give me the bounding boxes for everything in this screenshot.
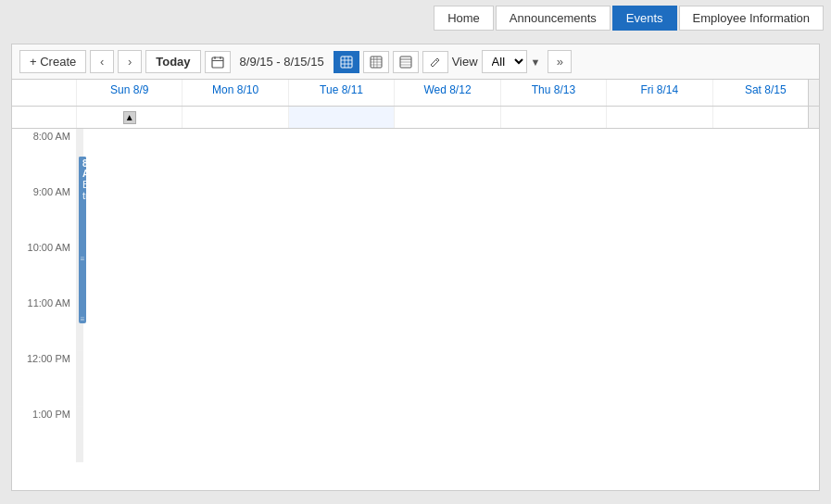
nav-events[interactable]: Events (612, 6, 677, 31)
nav-announcements[interactable]: Announcements (496, 6, 611, 31)
view-select-wrap: View All ▼ (452, 50, 541, 73)
event-drag-handle-0[interactable]: ≡ (81, 315, 85, 323)
time-cell-4-6[interactable] (82, 351, 83, 407)
time-grid-inner: 8:00 AM9:00 AM10:00 AM11:00 AM12:00 PM1:… (12, 129, 77, 462)
chevron-down-icon: ▼ (531, 57, 541, 68)
week-view-icon (340, 56, 353, 69)
allday-fri (607, 107, 712, 128)
edit-button[interactable] (422, 51, 448, 73)
scrollbar-header-spacer (808, 80, 819, 106)
event-drag-handle-1[interactable]: ≡ (81, 255, 85, 263)
allday-mon (183, 107, 288, 128)
allday-expand-cell: ▲ (77, 107, 183, 128)
more-button[interactable]: » (548, 50, 572, 73)
calendar-mini-icon (211, 56, 224, 69)
calendar-grid: Sun 8/9 Mon 8/10 Tue 8/11 Wed 8/12 Thu 8… (12, 80, 819, 490)
nav-employee-info[interactable]: Employee Information (679, 6, 824, 31)
allday-label-cell (12, 107, 77, 128)
week-view-button[interactable] (334, 51, 359, 73)
create-button[interactable]: + Create (19, 50, 86, 73)
allday-row: ▲ (12, 107, 819, 129)
time-label-0: 8:00 AM (12, 129, 77, 184)
calendar-toolbar: + Create ‹ › Today 8/9/15 - 8/15/15 View… (12, 44, 819, 80)
calendar-container: + Create ‹ › Today 8/9/15 - 8/15/15 View… (11, 44, 820, 491)
view-select[interactable]: All (482, 50, 527, 73)
allday-thu (501, 107, 607, 128)
day-header-sat: Sat 8/15 (713, 80, 819, 106)
time-grid-scroll[interactable]: 8:00 AM9:00 AM10:00 AM11:00 AM12:00 PM1:… (12, 129, 819, 490)
today-button[interactable]: Today (145, 50, 200, 73)
month-view-icon (370, 56, 383, 69)
edit-icon (429, 56, 442, 69)
day-view-button[interactable] (393, 51, 419, 73)
day-header-thu: Thu 8/13 (501, 80, 607, 106)
scrollbar-allday-spacer (808, 107, 819, 128)
double-arrow-icon: » (557, 55, 563, 69)
allday-tue (289, 107, 395, 128)
next-arrow-icon: › (128, 55, 132, 69)
mini-calendar-button[interactable] (205, 51, 231, 73)
time-label-4: 12:00 PM (12, 351, 77, 407)
allday-wed (395, 107, 500, 128)
time-label-1: 9:00 AM (12, 184, 77, 240)
month-view-button[interactable] (363, 51, 389, 73)
next-button[interactable]: › (118, 50, 142, 73)
allday-sat (713, 107, 819, 128)
top-navigation: Home Announcements Events Employee Infor… (0, 0, 831, 36)
date-range-label: 8/9/15 - 8/15/15 (240, 55, 324, 69)
nav-home[interactable]: Home (434, 6, 494, 31)
prev-arrow-icon: ‹ (100, 55, 104, 69)
view-label: View (452, 55, 478, 69)
event-1[interactable]: 8:30 AMBug triage≡ (79, 157, 86, 263)
expand-button[interactable]: ▲ (123, 111, 136, 124)
time-label-3: 11:00 AM (12, 296, 77, 351)
day-header-sun: Sun 8/9 (77, 80, 183, 106)
time-column-header (12, 80, 77, 106)
svg-rect-0 (212, 57, 223, 68)
day-view-icon (399, 56, 412, 69)
svg-rect-4 (341, 57, 352, 68)
svg-line-19 (435, 59, 437, 61)
prev-button[interactable]: ‹ (90, 50, 114, 73)
day-header-tue: Tue 8/11 (289, 80, 395, 106)
day-headers-row: Sun 8/9 Mon 8/10 Tue 8/11 Wed 8/12 Thu 8… (12, 80, 819, 107)
time-label-5: 1:00 PM (12, 407, 77, 462)
day-header-mon: Mon 8/10 (183, 80, 288, 106)
time-grid: 8:00 AM9:00 AM10:00 AM11:00 AM12:00 PM1:… (12, 129, 819, 462)
day-header-fri: Fri 8/14 (607, 80, 712, 106)
day-header-wed: Wed 8/12 (395, 80, 500, 106)
time-cell-5-6[interactable] (82, 407, 83, 462)
time-label-2: 10:00 AM (12, 240, 77, 296)
